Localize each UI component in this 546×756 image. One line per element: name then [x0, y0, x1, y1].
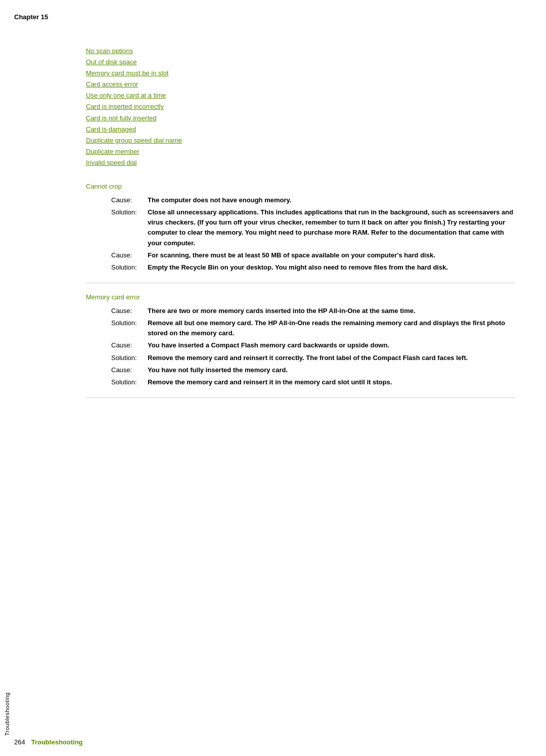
- sidebar-label: Troubleshooting: [4, 692, 10, 736]
- toc-link[interactable]: Card is not fully inserted: [86, 113, 516, 124]
- solution-row: Solution:Remove all but one memory card.…: [111, 318, 516, 338]
- solution-label: Solution:: [111, 262, 148, 273]
- divider: [86, 283, 516, 283]
- cause-row: Cause:You have not fully inserted the me…: [111, 365, 516, 375]
- toc-link[interactable]: Duplicate group speed dial name: [86, 135, 516, 146]
- solution-text: Remove the memory card and reinsert it c…: [148, 353, 516, 363]
- solution-row: Solution:Remove the memory card and rein…: [111, 377, 516, 387]
- footer: 264 Troubleshooting: [14, 738, 526, 746]
- solution-text: Empty the Recycle Bin on your desktop. Y…: [148, 262, 516, 273]
- toc-link[interactable]: No scan options: [86, 46, 516, 57]
- cause-text: You have inserted a Compact Flash memory…: [148, 340, 516, 350]
- cause-label: Cause:: [111, 365, 148, 375]
- entry-block: Cause:There are two or more memory cards…: [86, 306, 516, 338]
- solution-label: Solution:: [111, 207, 148, 248]
- cause-label: Cause:: [111, 306, 148, 316]
- section-heading: Memory card error: [86, 293, 516, 301]
- cause-text: The computer does not have enough memory…: [148, 195, 516, 205]
- section-memory-card-error: Memory card errorCause:There are two or …: [86, 283, 516, 398]
- toc-link[interactable]: Card is damaged: [86, 124, 516, 135]
- toc-link[interactable]: Use only one card at a time: [86, 90, 516, 101]
- cause-row: Cause:You have inserted a Compact Flash …: [111, 340, 516, 350]
- cause-text: For scanning, there must be at least 50 …: [148, 250, 516, 260]
- solution-text: Close all unnecessary applications. This…: [148, 207, 516, 248]
- page-container: Troubleshooting Chapter 15 No scan optio…: [0, 0, 546, 756]
- chapter-label: Chapter 15: [14, 13, 48, 21]
- solution-label: Solution:: [111, 318, 148, 338]
- solution-label: Solution:: [111, 377, 148, 387]
- entry-block: Cause:The computer does not have enough …: [86, 195, 516, 248]
- entry-block: Cause:For scanning, there must be at lea…: [86, 250, 516, 273]
- toc-links: No scan optionsOut of disk spaceMemory c…: [86, 46, 516, 168]
- toc-link[interactable]: Card is inserted incorrectly: [86, 101, 516, 112]
- main-content: No scan optionsOut of disk spaceMemory c…: [86, 46, 516, 408]
- solution-row: Solution:Empty the Recycle Bin on your d…: [111, 262, 516, 273]
- chapter-header: Chapter 15: [14, 13, 48, 21]
- footer-title: Troubleshooting: [31, 738, 83, 746]
- sections-container: Cannot cropCause:The computer does not h…: [86, 183, 516, 398]
- cause-row: Cause:There are two or more memory cards…: [111, 306, 516, 316]
- cause-text: You have not fully inserted the memory c…: [148, 365, 516, 375]
- cause-label: Cause:: [111, 195, 148, 205]
- divider-end: [86, 397, 516, 398]
- cause-label: Cause:: [111, 250, 148, 260]
- toc-link[interactable]: Out of disk space: [86, 57, 516, 68]
- solution-label: Solution:: [111, 353, 148, 363]
- entry-block: Cause:You have inserted a Compact Flash …: [86, 340, 516, 363]
- cause-row: Cause:The computer does not have enough …: [111, 195, 516, 205]
- cause-text: There are two or more memory cards inser…: [148, 306, 516, 316]
- section-heading: Cannot crop: [86, 183, 516, 190]
- solution-row: Solution:Remove the memory card and rein…: [111, 353, 516, 363]
- solution-row: Solution:Close all unnecessary applicati…: [111, 207, 516, 248]
- toc-link[interactable]: Card access error: [86, 79, 516, 90]
- toc-link[interactable]: Duplicate member: [86, 146, 516, 157]
- solution-text: Remove all but one memory card. The HP A…: [148, 318, 516, 338]
- entry-block: Cause:You have not fully inserted the me…: [86, 365, 516, 387]
- toc-link[interactable]: Memory card must be in slot: [86, 68, 516, 79]
- cause-label: Cause:: [111, 340, 148, 350]
- footer-page-number: 264: [14, 738, 25, 746]
- sidebar: Troubleshooting: [0, 0, 14, 756]
- solution-text: Remove the memory card and reinsert it i…: [148, 377, 516, 387]
- cause-row: Cause:For scanning, there must be at lea…: [111, 250, 516, 260]
- section-cannot-crop: Cannot cropCause:The computer does not h…: [86, 183, 516, 273]
- toc-link[interactable]: Invalid speed dial: [86, 157, 516, 168]
